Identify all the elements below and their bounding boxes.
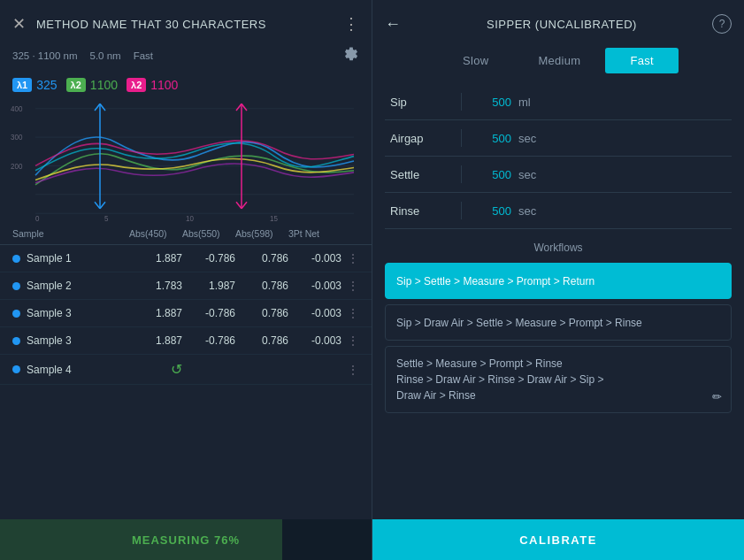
lambda-1-chip: λ1 [12, 78, 32, 92]
step-size: 5.0 nm [90, 50, 121, 61]
cell-abs550: -0.786 [182, 334, 235, 347]
settings-icon[interactable] [343, 46, 359, 65]
svg-text:10: 10 [186, 214, 194, 223]
col-actions [341, 228, 359, 239]
back-button[interactable]: ← [385, 15, 401, 34]
settings-table: Sip 500 ml Airgap 500 sec Settle 500 sec… [372, 84, 744, 229]
row-more-button[interactable]: ⋮ [341, 306, 359, 320]
workflow-text-3: Settle > Measure > Prompt > Rinse Rinse … [396, 356, 704, 403]
right-panel: ← SIPPER (UNCALIBRATED) ? Slow Medium Fa… [372, 0, 744, 560]
svg-line-20 [242, 104, 247, 111]
sample-dot [12, 365, 20, 373]
row-more-button[interactable]: ⋮ [341, 363, 359, 377]
svg-text:0: 0 [35, 214, 40, 223]
svg-line-15 [100, 104, 105, 111]
spectrum-chart: 0 5 10 15 400 300 200 [9, 99, 363, 223]
workflow-item-1[interactable]: Sip > Settle > Measure > Prompt > Return [385, 263, 732, 299]
tab-slow[interactable]: Slow [438, 48, 513, 73]
left-panel: ✕ METHOD NAME THAT 30 CHARACTERS ⋮ 325 ·… [0, 0, 372, 560]
calibrate-button[interactable]: CALIBRATE [372, 519, 744, 560]
settings-label-airgap: Airgap [390, 132, 461, 145]
settings-label-rinse: Rinse [390, 204, 461, 218]
cell-abs550: -0.786 [182, 307, 235, 319]
cell-abs598: 0.786 [235, 280, 288, 292]
table-row: Sample 4 ↺ ⋮ [0, 355, 372, 385]
sample-name: Sample 1 [12, 252, 129, 265]
settings-label-settle: Settle [390, 168, 461, 181]
method-title: METHOD NAME THAT 30 CHARACTERS [36, 18, 333, 31]
right-header: ← SIPPER (UNCALIBRATED) ? [372, 0, 744, 42]
cell-3ptnet: -0.003 [288, 280, 341, 292]
svg-text:15: 15 [270, 214, 278, 223]
sample-dot [12, 255, 20, 263]
row-more-button[interactable]: ⋮ [341, 334, 359, 348]
calibrate-label: CALIBRATE [519, 533, 597, 547]
settings-row-airgap: Airgap 500 sec [385, 120, 732, 157]
close-button[interactable]: ✕ [12, 14, 26, 34]
settings-row-settle: Settle 500 sec [385, 157, 732, 193]
lambda-row: λ1 325 λ2 1100 λ2 1100 [0, 73, 372, 99]
table-row: Sample 2 1.783 1.987 0.786 -0.003 ⋮ [0, 272, 372, 300]
svg-text:400: 400 [11, 104, 23, 113]
settings-unit-settle: sec [518, 168, 536, 181]
divider [461, 93, 462, 111]
col-abs450: Abs(450) [129, 228, 182, 239]
settings-value-settle[interactable]: 500 [476, 168, 511, 181]
row-more-button[interactable]: ⋮ [341, 251, 359, 265]
right-title: SIPPER (UNCALIBRATED) [411, 18, 712, 31]
cell-abs598: 0.786 [235, 252, 288, 265]
workflows-section: Workflows Sip > Settle > Measure > Promp… [372, 229, 744, 426]
col-abs550: Abs(550) [182, 228, 235, 239]
table-row: Sample 1 1.887 -0.786 0.786 -0.003 ⋮ [0, 245, 372, 272]
tab-fast[interactable]: Fast [605, 48, 678, 73]
cell-loading: ↺ [129, 361, 182, 378]
svg-text:300: 300 [11, 133, 23, 142]
settings-row-sip: Sip 500 ml [385, 84, 732, 120]
lambda-2-value: 1100 [90, 78, 118, 92]
settings-value-airgap[interactable]: 500 [476, 132, 511, 145]
settings-label-sip: Sip [390, 96, 461, 109]
loading-icon: ↺ [171, 362, 182, 377]
cell-abs450: 1.887 [129, 334, 182, 347]
settings-row-rinse: Rinse 500 sec [385, 193, 732, 229]
workflow-item-3[interactable]: Settle > Measure > Prompt > Rinse Rinse … [385, 346, 732, 413]
svg-line-19 [236, 104, 242, 111]
sample-dot [12, 310, 20, 318]
help-button[interactable]: ? [712, 14, 732, 34]
sample-dot [12, 282, 20, 290]
sample-name: Sample 3 [12, 334, 129, 347]
left-header: ✕ METHOD NAME THAT 30 CHARACTERS ⋮ [0, 0, 372, 42]
wavelength-range: 325 · 1100 nm [12, 50, 78, 61]
tab-medium[interactable]: Medium [513, 48, 605, 73]
speed-tabs: Slow Medium Fast [372, 42, 744, 84]
speed-label: Fast [134, 50, 153, 61]
lambda-2-badge: λ2 1100 [66, 78, 118, 92]
cell-abs550: 1.987 [182, 280, 235, 292]
sample-dot [12, 337, 20, 345]
edit-workflow-icon[interactable]: ✏ [712, 390, 722, 403]
lambda-1-value: 325 [36, 78, 57, 92]
svg-line-22 [242, 202, 247, 209]
settings-unit-rinse: sec [518, 204, 536, 218]
sample-name: Sample 4 [12, 364, 129, 376]
settings-value-rinse[interactable]: 500 [476, 204, 511, 218]
divider [461, 165, 462, 183]
svg-line-14 [95, 104, 100, 111]
settings-value-sip[interactable]: 500 [476, 96, 511, 109]
divider [461, 129, 462, 147]
lambda-1-badge: λ1 325 [12, 78, 58, 92]
row-more-button[interactable]: ⋮ [341, 279, 359, 293]
cell-abs450: 1.887 [129, 307, 182, 319]
cell-abs450: 1.783 [129, 280, 182, 292]
sub-header: 325 · 1100 nm 5.0 nm Fast [0, 42, 372, 73]
more-menu-button[interactable]: ⋮ [343, 14, 359, 34]
divider [461, 202, 462, 219]
workflow-item-2[interactable]: Sip > Draw Air > Settle > Measure > Prom… [385, 304, 732, 341]
svg-text:200: 200 [11, 161, 23, 170]
sample-name: Sample 3 [12, 307, 129, 319]
cell-3ptnet: -0.003 [288, 252, 341, 265]
workflows-title: Workflows [385, 242, 732, 254]
col-sample: Sample [12, 228, 129, 239]
settings-unit-airgap: sec [518, 132, 536, 145]
workflow-text-2: Sip > Draw Air > Settle > Measure > Prom… [396, 317, 642, 329]
